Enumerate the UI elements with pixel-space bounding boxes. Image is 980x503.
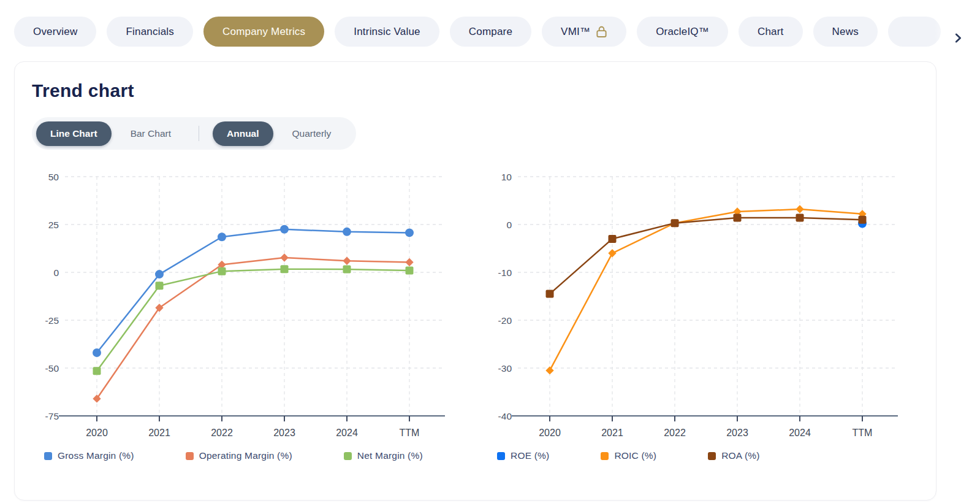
legend-label: Gross Margin (%) (58, 450, 134, 461)
y-tick-label: 10 (501, 172, 512, 182)
operating-margin-point (280, 253, 288, 261)
y-tick-label: -50 (45, 363, 59, 374)
chart-controls: Line ChartBar ChartAnnualQuarterly (32, 117, 356, 150)
roa-point (546, 290, 554, 298)
roic-point (545, 366, 553, 374)
legend-swatch (601, 452, 609, 460)
roa-point (859, 216, 867, 224)
net-margin-point (343, 266, 351, 274)
roic-point (608, 249, 616, 257)
x-tick-label: 2023 (726, 428, 748, 438)
net-margin-point (218, 267, 226, 275)
y-tick-label: 50 (48, 172, 59, 182)
net-margin-point (156, 282, 164, 290)
tabbar-fade (935, 0, 980, 61)
net-margin-point (406, 266, 414, 274)
tab-label: Overview (33, 26, 77, 38)
tab-partially-hidden[interactable] (888, 17, 941, 47)
charts-row: 50250-25-50-7520202021202220232024TTM Gr… (32, 162, 919, 461)
y-tick-label: -10 (498, 267, 512, 278)
gross-margin-point (343, 228, 351, 236)
gross-margin-point (280, 225, 289, 234)
x-tick-label: 2023 (273, 428, 295, 438)
toggle-line-chart[interactable]: Line Chart (36, 121, 112, 146)
y-tick-label: 0 (506, 220, 512, 230)
y-tick-label: -30 (498, 363, 512, 374)
returns-legend: ROE (%)ROIC (%)ROA (%) (485, 450, 919, 461)
scroll-tabs-right-button[interactable] (944, 24, 971, 54)
gross-margin-point (218, 232, 226, 241)
legend-swatch (497, 452, 505, 460)
tab-label: Financials (126, 26, 174, 38)
margins-line-chart: 50250-25-50-7520202021202220232024TTM (32, 162, 466, 439)
toggle-annual[interactable]: Annual (213, 121, 273, 146)
tab-label: Intrinsic Value (354, 26, 420, 38)
net-margin-point (281, 265, 289, 273)
legend-item-net-margin[interactable]: Net Margin (%) (344, 450, 423, 461)
legend-item-roic[interactable]: ROIC (%) (601, 450, 656, 461)
tab-label: OracleIQ™ (656, 26, 709, 38)
legend-label: ROIC (%) (614, 450, 656, 461)
lock-icon (596, 25, 607, 38)
x-tick-label: 2024 (789, 428, 811, 438)
tab-label: Compare (469, 26, 512, 38)
tab-news[interactable]: News (813, 17, 878, 47)
x-tick-label: 2022 (664, 428, 686, 438)
returns-line-chart: 100-10-20-30-4020202021202220232024TTM (485, 162, 919, 439)
tab-bar: OverviewFinancialsCompany MetricsIntrins… (0, 0, 980, 61)
roa-point (671, 219, 679, 227)
toggle-quarterly[interactable]: Quarterly (278, 121, 346, 146)
operating-margin-point (405, 258, 413, 266)
legend-label: ROA (%) (721, 450, 760, 461)
tab-company-metrics[interactable]: Company Metrics (203, 17, 324, 47)
returns-chart-block: 100-10-20-30-4020202021202220232024TTM R… (485, 162, 919, 461)
tab-label: Chart (758, 26, 784, 38)
tab-label: Company Metrics (222, 26, 305, 38)
card-title: Trend chart (32, 80, 919, 101)
roa-point (734, 214, 742, 222)
y-tick-label: -40 (498, 411, 512, 421)
roa-point (609, 235, 617, 243)
tab-intrinsic-value[interactable]: Intrinsic Value (335, 17, 439, 47)
x-tick-label: 2022 (211, 428, 233, 438)
legend-item-operating-margin[interactable]: Operating Margin (%) (186, 450, 292, 461)
legend-swatch (44, 452, 52, 460)
y-tick-label: -20 (498, 315, 512, 326)
roa-point (796, 214, 804, 222)
gross-margin-point (93, 348, 101, 357)
x-tick-label: 2020 (539, 428, 561, 438)
legend-item-roe[interactable]: ROE (%) (497, 450, 549, 461)
tab-chart[interactable]: Chart (739, 17, 803, 47)
operating-margin-point (343, 257, 351, 265)
tab-label: News (832, 26, 859, 38)
y-tick-label: -25 (45, 315, 59, 326)
y-tick-label: 25 (48, 220, 59, 230)
tab-financials[interactable]: Financials (107, 17, 193, 47)
x-tick-label: 2020 (86, 428, 108, 438)
net-margin-point (93, 367, 101, 375)
legend-label: ROE (%) (511, 450, 549, 461)
chevron-right-icon (951, 31, 965, 47)
legend-label: Net Margin (%) (357, 450, 423, 461)
trend-chart-card: Trend chart Line ChartBar ChartAnnualQua… (14, 61, 936, 501)
tab-compare[interactable]: Compare (450, 17, 531, 47)
margins-legend: Gross Margin (%)Operating Margin (%)Net … (32, 450, 466, 461)
tab-label: VMI™ (561, 26, 590, 38)
gross-margin-point (155, 270, 164, 278)
x-tick-label: 2021 (601, 428, 623, 438)
x-tick-label: TTM (853, 428, 873, 438)
tab-oracleiq[interactable]: OracleIQ™ (637, 17, 728, 47)
y-tick-label: 0 (53, 267, 59, 278)
tab-vmi[interactable]: VMI™ (542, 17, 626, 47)
legend-swatch (708, 452, 716, 460)
tab-overview[interactable]: Overview (14, 17, 96, 47)
toggle-bar-chart[interactable]: Bar Chart (116, 121, 185, 146)
legend-swatch (186, 452, 194, 460)
legend-label: Operating Margin (%) (199, 450, 292, 461)
x-tick-label: TTM (400, 428, 420, 438)
legend-item-roa[interactable]: ROA (%) (708, 450, 760, 461)
legend-item-gross-margin[interactable]: Gross Margin (%) (44, 450, 134, 461)
gross-margin-point (405, 228, 414, 237)
margins-chart-block: 50250-25-50-7520202021202220232024TTM Gr… (32, 162, 466, 461)
y-tick-label: -75 (45, 411, 59, 421)
